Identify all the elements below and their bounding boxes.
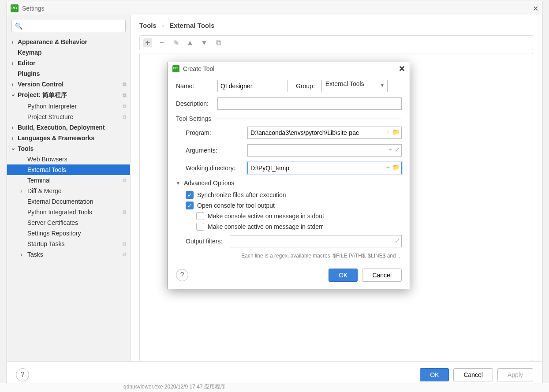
group-value: External Tools (325, 80, 364, 87)
open-console-row[interactable]: ✓ Open console for tool output (186, 202, 402, 209)
sidebar-item-label: Version Control (18, 81, 63, 88)
advanced-options-label: Advanced Options (184, 179, 234, 187)
workdir-row: Working directory: + 📁 (176, 162, 402, 174)
sidebar-item[interactable]: Diff & Merge (7, 186, 130, 196)
expand-icon[interactable]: ⤢ (395, 237, 400, 244)
sidebar-item[interactable]: External Documentation (7, 196, 130, 207)
description-row: Description: (176, 97, 402, 110)
copy-settings-icon[interactable]: ⧉ (123, 103, 127, 109)
insert-macro-icon[interactable]: + (386, 164, 390, 171)
dialog-title-bar: Create Tool ✕ (168, 62, 410, 75)
dialog-close-icon[interactable]: ✕ (399, 64, 405, 74)
checkbox-unchecked-icon[interactable]: ✓ (196, 223, 204, 231)
program-label: Program: (186, 129, 247, 136)
sync-files-row[interactable]: ✓ Synchronize files after execution (186, 191, 402, 199)
sidebar-item-label: External Documentation (27, 198, 93, 205)
sidebar-item[interactable]: Tools (7, 143, 130, 154)
group-label: Group: (296, 82, 318, 90)
sidebar-item[interactable]: Keymap (7, 47, 130, 58)
sidebar-item-label: Languages & Frameworks (18, 134, 94, 142)
sidebar-item[interactable]: External Tools (7, 164, 130, 175)
sidebar-item[interactable]: Languages & Frameworks (7, 133, 130, 143)
sidebar-item[interactable]: Plugins (7, 68, 130, 79)
browse-folder-icon[interactable]: 📁 (392, 128, 400, 135)
breadcrumb-root[interactable]: Tools (139, 22, 157, 29)
copy-settings-icon[interactable]: ⧉ (123, 81, 127, 87)
sidebar-item[interactable]: Startup Tasks⧉ (7, 239, 130, 249)
sidebar-item[interactable]: Settings Repository (7, 228, 130, 239)
output-filters-hint: Each line is a regex, available macros: … (176, 253, 402, 259)
dialog-ok-button[interactable]: OK (329, 269, 358, 282)
move-down-button[interactable]: ▼ (200, 38, 209, 47)
output-filters-input[interactable] (230, 235, 402, 247)
sidebar-item-label: Python Interpreter (27, 103, 77, 110)
sidebar-item-label: External Tools (27, 166, 66, 173)
dialog-cancel-button[interactable]: Cancel (362, 269, 402, 282)
description-label: Description: (176, 100, 214, 107)
advanced-options-toggle[interactable]: Advanced Options (176, 179, 402, 187)
copy-settings-icon[interactable]: ⧉ (123, 114, 127, 120)
create-tool-dialog: Create Tool ✕ Name: Group: External Tool… (168, 62, 410, 289)
sidebar-item[interactable]: Python Interpreter⧉ (7, 101, 130, 112)
expand-icon[interactable]: ⤢ (395, 146, 400, 153)
dialog-footer: ? OK Cancel (168, 262, 410, 289)
name-row: Name: Group: External Tools (176, 80, 402, 92)
add-button[interactable]: + (143, 38, 152, 47)
description-input[interactable] (217, 97, 402, 110)
name-input[interactable] (217, 80, 288, 92)
checkbox-checked-icon[interactable]: ✓ (186, 202, 194, 209)
copy-settings-icon[interactable]: ⧉ (123, 92, 127, 98)
stdout-label: Make console active on message in stdout (208, 213, 324, 220)
copy-settings-icon[interactable]: ⧉ (123, 251, 127, 258)
checkbox-checked-icon[interactable]: ✓ (186, 191, 194, 199)
sidebar-item[interactable]: Editor (7, 58, 130, 68)
search-icon: 🔍 (15, 22, 22, 30)
sidebar-item[interactable]: Terminal⧉ (7, 175, 130, 186)
sidebar-item[interactable]: Server Certificates (7, 217, 130, 228)
sidebar-item[interactable]: Build, Execution, Deployment (7, 122, 130, 133)
search-input[interactable] (11, 20, 126, 32)
background-statusbar: qdbusviewer.exe 2020/12/9 17:47 应用程序 (0, 383, 549, 392)
insert-macro-icon[interactable]: + (386, 128, 390, 135)
browse-folder-icon[interactable]: 📁 (392, 164, 400, 171)
sidebar-item[interactable]: Appearance & Behavior (7, 37, 130, 47)
move-up-button[interactable]: ▲ (186, 38, 194, 47)
sidebar-item[interactable]: Project: 简单程序⧉ (7, 90, 130, 101)
checkbox-unchecked-icon[interactable]: ✓ (196, 212, 204, 220)
stderr-row[interactable]: ✓ Make console active on message in stde… (196, 223, 402, 231)
breadcrumb: Tools › External Tools (139, 22, 533, 29)
sidebar-item-label: Project Structure (27, 113, 73, 120)
sidebar-item[interactable]: Python Integrated Tools⧉ (7, 207, 130, 217)
sidebar-item[interactable]: Tasks⧉ (7, 249, 130, 260)
stdout-row[interactable]: ✓ Make console active on message in stdo… (196, 212, 402, 220)
insert-macro-icon[interactable]: + (388, 146, 392, 153)
sidebar: 🔍 Appearance & BehaviorKeymapEditorPlugi… (7, 15, 131, 361)
sync-files-label: Synchronize files after execution (197, 191, 286, 198)
copy-settings-icon[interactable]: ⧉ (123, 209, 127, 215)
arguments-input[interactable] (247, 144, 402, 157)
program-input[interactable] (247, 127, 402, 139)
remove-button[interactable]: − (157, 38, 166, 47)
copy-settings-icon[interactable]: ⧉ (123, 241, 127, 247)
sidebar-item-label: Tools (18, 145, 34, 152)
dialog-app-icon (172, 65, 179, 72)
sidebar-item-label: Tasks (27, 251, 43, 258)
sidebar-item[interactable]: Version Control⧉ (7, 79, 130, 90)
divider (216, 119, 402, 119)
apply-button[interactable]: Apply (497, 368, 533, 381)
workdir-input[interactable] (247, 162, 402, 174)
cancel-button[interactable]: Cancel (453, 368, 493, 381)
edit-button[interactable]: ✎ (172, 38, 180, 47)
copy-settings-icon[interactable]: ⧉ (123, 177, 127, 183)
dialog-help-button[interactable]: ? (176, 269, 188, 281)
name-label: Name: (176, 82, 214, 90)
help-button[interactable]: ? (16, 368, 29, 381)
ok-button[interactable]: OK (420, 368, 449, 381)
app-icon (11, 4, 19, 12)
stderr-label: Make console active on message in stderr (208, 223, 323, 230)
close-icon[interactable]: ✕ (533, 4, 538, 13)
copy-button[interactable]: ⧉ (214, 38, 223, 47)
sidebar-item[interactable]: Web Browsers (7, 154, 130, 164)
sidebar-item[interactable]: Project Structure⧉ (7, 112, 130, 122)
group-select[interactable]: External Tools (321, 80, 388, 92)
